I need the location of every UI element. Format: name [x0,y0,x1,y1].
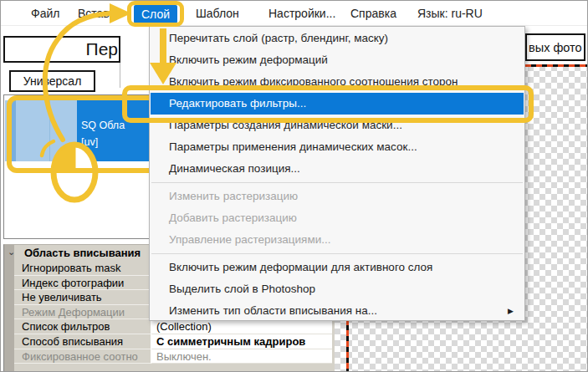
property-label: Индекс фотографии [14,276,151,291]
menubar-item-4[interactable]: Шаблон [196,1,239,26]
dropdown-item-1[interactable]: Перечитать слой (растр, блендинг, маску) [151,28,524,49]
panel-divider-line [120,63,120,88]
property-label: Режим Деформации [14,305,151,320]
dropdown-item-11: Управление растеризациями... [151,229,524,251]
dropdown-separator [151,182,523,183]
menubar-item-2[interactable]: Встав [78,1,110,26]
menu-bar: ФайлВставСлойШаблонНастройки...СправкаЯз… [1,1,587,26]
dropdown-item-3[interactable]: Включить режим фиксированного соотношени… [151,71,524,93]
property-value[interactable]: (Collection) [151,319,332,334]
property-label: Список фильтров [14,319,151,334]
property-row-6[interactable]: Способ вписыванияС симметричным кадриров [4,334,335,349]
property-value[interactable]: Выключен. [151,349,332,364]
dropdown-item-9: Изменить растеризацию [151,186,524,207]
property-label: Не увеличивать [14,290,151,305]
header-right-label: вых фото [527,41,582,54]
dropdown-item-13[interactable]: Включить режим деформации для активного … [151,257,524,278]
menubar-item-5[interactable]: Настройки... [268,1,335,26]
property-row-5[interactable]: Список фильтров(Collection) [4,319,335,334]
layer-item-edge-strip [9,100,16,161]
menubar-item-1[interactable]: Файл [31,1,59,26]
submenu-arrow-icon: ▶ [508,300,514,322]
property-label: Игнорировать mask [14,261,151,276]
property-row-7[interactable]: Фиксированное соотноВыключен. [4,349,335,364]
dropdown-item-6[interactable]: Параметры применения динамических масок.… [151,136,524,158]
dropdown-item-14[interactable]: Выделить слой в Photoshop [151,278,524,300]
layer-item-divider [49,100,50,161]
dropdown-item-10: Добавить растеризацию [151,207,524,229]
dropdown-item-2[interactable]: Включить режим деформаций [151,49,524,71]
header-right-button[interactable]: вых фото [525,33,585,61]
menubar-item-7[interactable]: Язык: ru-RU [417,1,483,26]
menubar-item-3-selected[interactable]: Слой [134,5,177,23]
dropdown-item-5[interactable]: Параметры создания динамической маски... [151,115,524,136]
header-title-button[interactable]: Пер [3,36,120,63]
property-label: Способ вписывания [14,334,151,349]
header-title-label: Пер [86,39,118,59]
universal-button[interactable]: Универсал [9,70,95,92]
dropdown-separator [151,253,523,254]
chevron-down-icon[interactable]: ⌄ [8,247,15,257]
dropdown-item-4[interactable]: Редактировать фильтры... [151,93,524,115]
property-label: Фиксированное соотно [14,349,151,364]
application-window: Пер вых фото Универсал SQ Обла [uv] ⌄ Об… [0,0,588,372]
dropdown-item-7[interactable]: Динамическая позиция... [151,158,524,180]
layer-dropdown-menu: Перечитать слой (растр, блендинг, маску)… [149,26,525,321]
menubar-item-6[interactable]: Справка [350,1,396,26]
property-grid-category-label: Область вписывания [24,247,141,259]
dropdown-item-15[interactable]: Изменить тип области вписывания на...▶ [151,300,524,322]
property-value[interactable]: С симметричным кадриров [151,334,332,349]
